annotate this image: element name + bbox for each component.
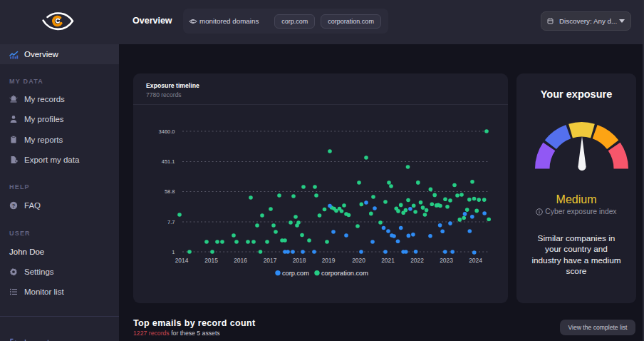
svg-text:?: ? bbox=[12, 203, 16, 209]
